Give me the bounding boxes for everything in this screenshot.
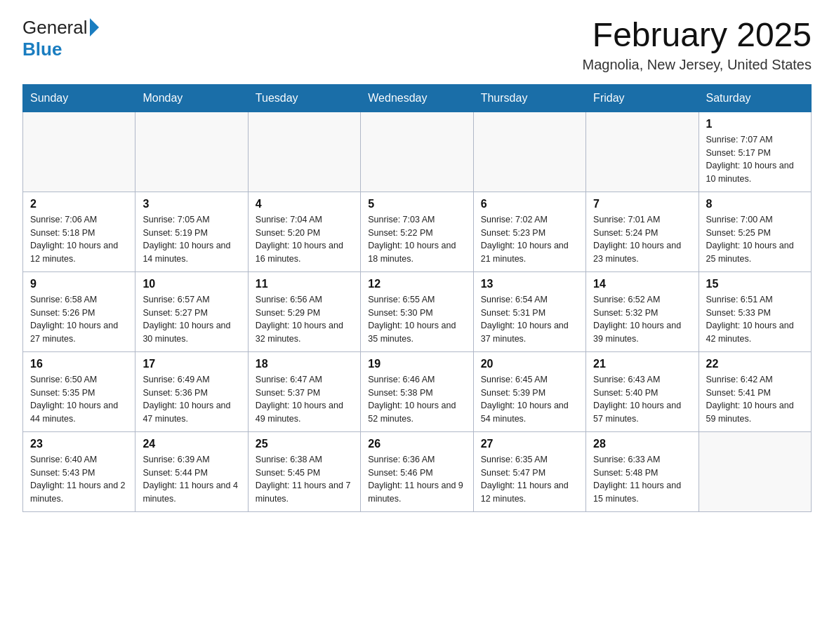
- page-header: General Blue February 2025 Magnolia, New…: [22, 17, 812, 73]
- calendar-header: SundayMondayTuesdayWednesdayThursdayFrid…: [23, 84, 812, 112]
- day-number: 12: [368, 278, 465, 290]
- day-info: Sunrise: 7:01 AMSunset: 5:24 PMDaylight:…: [593, 213, 691, 266]
- day-cell: 12Sunrise: 6:55 AMSunset: 5:30 PMDayligh…: [361, 271, 473, 351]
- day-cell: 11Sunrise: 6:56 AMSunset: 5:29 PMDayligh…: [248, 271, 360, 351]
- day-cell: [699, 431, 811, 511]
- day-number: 22: [706, 358, 804, 370]
- day-cell: [248, 112, 360, 192]
- day-header-wednesday: Wednesday: [361, 84, 473, 112]
- day-info: Sunrise: 7:02 AMSunset: 5:23 PMDaylight:…: [481, 213, 578, 266]
- day-cell: 23Sunrise: 6:40 AMSunset: 5:43 PMDayligh…: [23, 431, 135, 511]
- day-cell: 10Sunrise: 6:57 AMSunset: 5:27 PMDayligh…: [135, 271, 248, 351]
- day-cell: 14Sunrise: 6:52 AMSunset: 5:32 PMDayligh…: [586, 271, 699, 351]
- day-info: Sunrise: 6:49 AMSunset: 5:36 PMDaylight:…: [143, 373, 240, 426]
- day-info: Sunrise: 6:39 AMSunset: 5:44 PMDaylight:…: [143, 453, 240, 506]
- day-info: Sunrise: 6:47 AMSunset: 5:37 PMDaylight:…: [256, 373, 353, 426]
- day-info: Sunrise: 6:55 AMSunset: 5:30 PMDaylight:…: [368, 293, 465, 346]
- day-info: Sunrise: 6:38 AMSunset: 5:45 PMDaylight:…: [256, 453, 353, 506]
- day-info: Sunrise: 6:46 AMSunset: 5:38 PMDaylight:…: [368, 373, 465, 426]
- title-block: February 2025 Magnolia, New Jersey, Unit…: [583, 17, 812, 73]
- day-number: 8: [706, 198, 804, 210]
- day-cell: [473, 112, 585, 192]
- day-cell: 9Sunrise: 6:58 AMSunset: 5:26 PMDaylight…: [23, 271, 135, 351]
- day-number: 28: [593, 438, 691, 450]
- day-cell: 4Sunrise: 7:04 AMSunset: 5:20 PMDaylight…: [248, 192, 360, 271]
- day-cell: [586, 112, 699, 192]
- logo-general-text: General: [22, 17, 88, 39]
- day-info: Sunrise: 6:35 AMSunset: 5:47 PMDaylight:…: [481, 453, 578, 506]
- day-cell: [135, 112, 248, 192]
- day-number: 1: [706, 118, 804, 130]
- day-info: Sunrise: 6:57 AMSunset: 5:27 PMDaylight:…: [143, 293, 240, 346]
- day-number: 15: [706, 278, 804, 290]
- calendar-table: SundayMondayTuesdayWednesdayThursdayFrid…: [22, 84, 812, 512]
- week-row-1: 2Sunrise: 7:06 AMSunset: 5:18 PMDaylight…: [23, 192, 812, 271]
- day-info: Sunrise: 7:00 AMSunset: 5:25 PMDaylight:…: [706, 213, 804, 266]
- day-header-tuesday: Tuesday: [248, 84, 360, 112]
- day-cell: 5Sunrise: 7:03 AMSunset: 5:22 PMDaylight…: [361, 192, 473, 271]
- day-cell: 28Sunrise: 6:33 AMSunset: 5:48 PMDayligh…: [586, 431, 699, 511]
- day-cell: 15Sunrise: 6:51 AMSunset: 5:33 PMDayligh…: [699, 271, 811, 351]
- day-number: 9: [30, 278, 128, 290]
- day-cell: 13Sunrise: 6:54 AMSunset: 5:31 PMDayligh…: [473, 271, 585, 351]
- day-info: Sunrise: 6:42 AMSunset: 5:41 PMDaylight:…: [706, 373, 804, 426]
- day-info: Sunrise: 7:06 AMSunset: 5:18 PMDaylight:…: [30, 213, 128, 266]
- day-info: Sunrise: 6:52 AMSunset: 5:32 PMDaylight:…: [593, 293, 691, 346]
- day-cell: 21Sunrise: 6:43 AMSunset: 5:40 PMDayligh…: [586, 351, 699, 431]
- day-cell: 7Sunrise: 7:01 AMSunset: 5:24 PMDaylight…: [586, 192, 699, 271]
- day-info: Sunrise: 6:45 AMSunset: 5:39 PMDaylight:…: [481, 373, 578, 426]
- day-number: 11: [256, 278, 353, 290]
- day-number: 25: [256, 438, 353, 450]
- day-cell: 26Sunrise: 6:36 AMSunset: 5:46 PMDayligh…: [361, 431, 473, 511]
- logo: General Blue: [22, 17, 99, 60]
- day-number: 10: [143, 278, 240, 290]
- day-info: Sunrise: 7:07 AMSunset: 5:17 PMDaylight:…: [706, 133, 804, 186]
- day-cell: 3Sunrise: 7:05 AMSunset: 5:19 PMDaylight…: [135, 192, 248, 271]
- day-header-monday: Monday: [135, 84, 248, 112]
- day-number: 6: [481, 198, 578, 210]
- day-number: 14: [593, 278, 691, 290]
- day-header-row: SundayMondayTuesdayWednesdayThursdayFrid…: [23, 84, 812, 112]
- day-number: 27: [481, 438, 578, 450]
- day-number: 17: [143, 358, 240, 370]
- day-cell: 27Sunrise: 6:35 AMSunset: 5:47 PMDayligh…: [473, 431, 585, 511]
- location-text: Magnolia, New Jersey, United States: [583, 57, 812, 73]
- day-number: 18: [256, 358, 353, 370]
- day-number: 2: [30, 198, 128, 210]
- day-cell: 1Sunrise: 7:07 AMSunset: 5:17 PMDaylight…: [699, 112, 811, 192]
- calendar-body: 1Sunrise: 7:07 AMSunset: 5:17 PMDaylight…: [23, 112, 812, 511]
- day-info: Sunrise: 7:05 AMSunset: 5:19 PMDaylight:…: [143, 213, 240, 266]
- day-info: Sunrise: 6:54 AMSunset: 5:31 PMDaylight:…: [481, 293, 578, 346]
- day-number: 5: [368, 198, 465, 210]
- day-cell: 2Sunrise: 7:06 AMSunset: 5:18 PMDaylight…: [23, 192, 135, 271]
- week-row-3: 16Sunrise: 6:50 AMSunset: 5:35 PMDayligh…: [23, 351, 812, 431]
- day-info: Sunrise: 6:56 AMSunset: 5:29 PMDaylight:…: [256, 293, 353, 346]
- day-info: Sunrise: 6:50 AMSunset: 5:35 PMDaylight:…: [30, 373, 128, 426]
- day-number: 13: [481, 278, 578, 290]
- day-header-saturday: Saturday: [699, 84, 811, 112]
- day-number: 21: [593, 358, 691, 370]
- day-cell: 24Sunrise: 6:39 AMSunset: 5:44 PMDayligh…: [135, 431, 248, 511]
- week-row-2: 9Sunrise: 6:58 AMSunset: 5:26 PMDaylight…: [23, 271, 812, 351]
- day-info: Sunrise: 6:51 AMSunset: 5:33 PMDaylight:…: [706, 293, 804, 346]
- day-number: 23: [30, 438, 128, 450]
- day-cell: 6Sunrise: 7:02 AMSunset: 5:23 PMDaylight…: [473, 192, 585, 271]
- day-header-friday: Friday: [586, 84, 699, 112]
- day-cell: 20Sunrise: 6:45 AMSunset: 5:39 PMDayligh…: [473, 351, 585, 431]
- day-header-sunday: Sunday: [23, 84, 135, 112]
- week-row-0: 1Sunrise: 7:07 AMSunset: 5:17 PMDaylight…: [23, 112, 812, 192]
- logo-arrow-icon: [90, 18, 99, 36]
- day-info: Sunrise: 7:03 AMSunset: 5:22 PMDaylight:…: [368, 213, 465, 266]
- day-number: 7: [593, 198, 691, 210]
- day-number: 19: [368, 358, 465, 370]
- day-number: 24: [143, 438, 240, 450]
- day-info: Sunrise: 6:58 AMSunset: 5:26 PMDaylight:…: [30, 293, 128, 346]
- logo-blue-text: Blue: [22, 39, 62, 60]
- day-cell: 19Sunrise: 6:46 AMSunset: 5:38 PMDayligh…: [361, 351, 473, 431]
- day-number: 26: [368, 438, 465, 450]
- day-cell: 18Sunrise: 6:47 AMSunset: 5:37 PMDayligh…: [248, 351, 360, 431]
- day-info: Sunrise: 7:04 AMSunset: 5:20 PMDaylight:…: [256, 213, 353, 266]
- day-cell: 22Sunrise: 6:42 AMSunset: 5:41 PMDayligh…: [699, 351, 811, 431]
- day-info: Sunrise: 6:33 AMSunset: 5:48 PMDaylight:…: [593, 453, 691, 506]
- day-number: 16: [30, 358, 128, 370]
